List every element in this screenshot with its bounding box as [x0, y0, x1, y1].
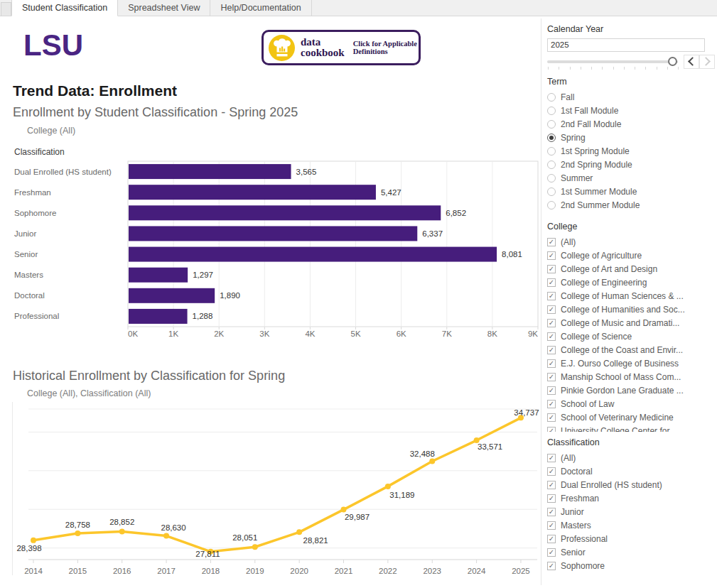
college-option[interactable]: ✓E.J. Ourso College of Business — [547, 356, 712, 370]
data-point[interactable] — [163, 533, 169, 539]
checkbox[interactable]: ✓ — [547, 535, 556, 543]
classification-option[interactable]: ✓(All) — [547, 451, 712, 464]
term-option[interactable]: 1st Summer Module — [547, 185, 712, 198]
checkbox[interactable]: ✓ — [547, 548, 556, 557]
tab-spreadsheet-view[interactable]: Spreadsheet View — [118, 0, 210, 16]
checkbox[interactable]: ✓ — [547, 562, 556, 570]
checkbox[interactable]: ✓ — [547, 386, 556, 395]
checkbox[interactable]: ✓ — [547, 454, 556, 462]
term-option[interactable]: 2nd Fall Module — [547, 117, 712, 131]
college-option[interactable]: ✓Pinkie Gordon Lane Graduate ... — [547, 383, 712, 397]
college-option[interactable]: ✓College of Humanities and Soc... — [547, 303, 712, 316]
college-option[interactable]: ✓Manship School of Mass Com... — [547, 370, 712, 383]
data-cookbook-link[interactable]: data cookbook Click for Applicable Defin… — [262, 30, 421, 65]
college-option[interactable]: ✓School of Law — [547, 397, 712, 410]
data-point[interactable] — [296, 529, 302, 535]
college-option[interactable]: ✓University College Center for — [547, 424, 712, 432]
slider-track[interactable] — [547, 60, 678, 63]
college-option[interactable]: ✓College of Engineering — [547, 276, 712, 289]
college-option[interactable]: ✓College of the Coast and Envir... — [547, 343, 712, 356]
svg-text:27,811: 27,811 — [195, 550, 220, 558]
slider-prev-button[interactable] — [684, 55, 699, 69]
radio-button[interactable] — [547, 160, 556, 169]
checkbox[interactable]: ✓ — [547, 305, 556, 314]
classification-option[interactable]: ✓Junior — [547, 505, 712, 518]
svg-text:Doctoral: Doctoral — [14, 291, 45, 300]
classification-option[interactable]: ✓Professional — [547, 532, 712, 545]
bar[interactable] — [129, 309, 188, 324]
classification-option[interactable]: ✓Doctoral — [547, 464, 712, 478]
tab-student-classification[interactable]: Student Classification — [11, 0, 118, 16]
checkbox[interactable]: ✓ — [547, 251, 556, 260]
calendar-year-input[interactable] — [547, 38, 705, 52]
slider-next-button[interactable] — [699, 55, 715, 69]
radio-button[interactable] — [547, 93, 556, 102]
radio-button[interactable] — [547, 107, 556, 115]
bar[interactable] — [129, 247, 497, 262]
checkbox[interactable]: ✓ — [547, 292, 556, 300]
college-option[interactable]: ✓College of Science — [547, 330, 712, 343]
term-option[interactable]: Fall — [547, 90, 712, 104]
bar[interactable] — [129, 226, 417, 241]
term-option[interactable]: 1st Fall Module — [547, 104, 712, 117]
classification-option-label: Masters — [561, 521, 591, 530]
bar[interactable] — [129, 268, 188, 283]
checkbox[interactable]: ✓ — [547, 400, 556, 408]
tab-help-documentation[interactable]: Help/Documentation — [210, 0, 311, 16]
radio-button[interactable] — [547, 187, 556, 196]
slider-handle[interactable] — [668, 57, 677, 66]
radio-button[interactable] — [547, 201, 556, 209]
radio-button[interactable] — [547, 120, 556, 129]
college-option[interactable]: ✓(All) — [547, 235, 712, 249]
classification-option[interactable]: ✓Masters — [547, 518, 712, 532]
term-option[interactable]: Summer — [547, 171, 712, 185]
checkbox[interactable]: ✓ — [547, 265, 556, 273]
term-option[interactable]: 2nd Summer Module — [547, 198, 712, 212]
checkbox[interactable]: ✓ — [547, 481, 556, 489]
bar[interactable] — [129, 205, 441, 220]
bar[interactable] — [129, 185, 376, 200]
college-option[interactable]: ✓College of Music and Dramati... — [547, 316, 712, 330]
bar[interactable] — [129, 288, 215, 303]
checkbox[interactable]: ✓ — [547, 521, 556, 530]
term-option[interactable]: 2nd Spring Module — [547, 158, 712, 171]
college-option[interactable]: ✓College of Human Sciences & ... — [547, 289, 712, 303]
data-point[interactable] — [341, 507, 347, 513]
term-option[interactable]: 1st Spring Module — [547, 144, 712, 158]
checkbox[interactable]: ✓ — [547, 373, 556, 381]
data-point[interactable] — [385, 484, 391, 489]
checkbox[interactable]: ✓ — [547, 427, 556, 432]
radio-button[interactable] — [547, 134, 556, 142]
chevron-right-icon — [701, 57, 711, 66]
data-point[interactable] — [429, 459, 435, 464]
college-option-label: University College Center for — [561, 426, 669, 432]
college-option[interactable]: ✓College of Art and Design — [547, 262, 712, 276]
classification-option[interactable]: ✓Freshman — [547, 491, 712, 505]
checkbox[interactable]: ✓ — [547, 346, 556, 354]
college-option-label: Pinkie Gordon Lane Graduate ... — [561, 386, 684, 396]
checkbox[interactable]: ✓ — [547, 238, 556, 246]
data-point[interactable] — [31, 538, 36, 543]
bar[interactable] — [129, 164, 291, 179]
term-option[interactable]: Spring — [547, 131, 712, 144]
college-option[interactable]: ✓College of Agriculture — [547, 249, 712, 262]
checkbox[interactable]: ✓ — [547, 278, 556, 287]
data-point[interactable] — [75, 530, 80, 536]
radio-button[interactable] — [547, 174, 556, 183]
checkbox[interactable]: ✓ — [547, 467, 556, 476]
checkbox[interactable]: ✓ — [547, 494, 556, 503]
term-option-label: 2nd Spring Module — [561, 160, 632, 170]
data-point[interactable] — [119, 528, 125, 534]
checkbox[interactable]: ✓ — [547, 332, 556, 341]
checkbox[interactable]: ✓ — [547, 413, 556, 422]
radio-button[interactable] — [547, 147, 556, 156]
classification-option[interactable]: ✓Senior — [547, 545, 712, 559]
college-option[interactable]: ✓School of Veterinary Medicine — [547, 410, 712, 424]
data-point[interactable] — [252, 544, 258, 550]
classification-option[interactable]: ✓Sophomore — [547, 559, 712, 572]
checkbox[interactable]: ✓ — [547, 319, 556, 327]
classification-option[interactable]: ✓Dual Enrolled (HS student) — [547, 478, 712, 491]
calendar-year-slider[interactable] — [547, 55, 717, 70]
checkbox[interactable]: ✓ — [547, 508, 556, 516]
checkbox[interactable]: ✓ — [547, 359, 556, 368]
